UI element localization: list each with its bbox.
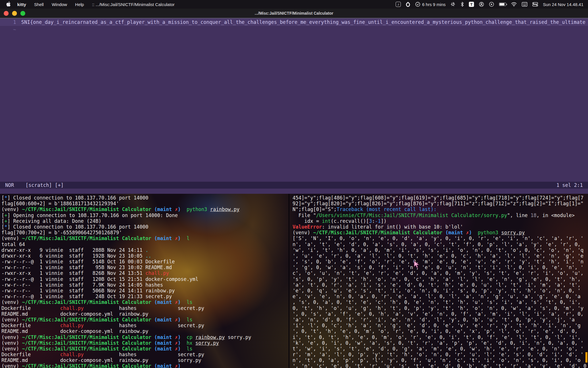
buffer-name: [scratch] [+] — [14, 182, 64, 188]
battery-icon[interactable] — [499, 3, 506, 6]
terminal-line: idx = int(c.recvall()[3:-1]) — [293, 218, 588, 224]
terminal-line: 'w', 'i', 't', 'h', 0, 'a', 0, 'm', 'i',… — [293, 247, 588, 253]
terminal-line: 'e', 0, 'q', 'u', 'e', 's', 't', 'i', 'o… — [293, 288, 588, 294]
terminal-line: (venv) ~/CTF/Misc:Jail/SNICTF/Minimalist… — [1, 363, 289, 368]
terminal-line: 's', 0, 'p', 'y', 't', 'h', 'o', 'n', 0,… — [293, 276, 588, 282]
terminal-line: -rw-r--r-- 1 vinnie staff 95B Nov 23 10:… — [1, 264, 289, 270]
tilde-marker: ~ — [0, 26, 16, 33]
terminal-line: 92]="y";flag[820]="y";flag[826]="y";flag… — [293, 201, 588, 206]
editor-line-1: 1 SNI{one_day_i_reincarnated_as_a_ctf_pl… — [0, 18, 588, 26]
menubar-clock[interactable]: Sun 24 Nov 14.48.41 — [543, 2, 583, 7]
terminal-line: e', 'v', 'e', 'n', 0, 'a', 0, 'r', 'e', … — [293, 294, 588, 299]
terminal-line: -rw-r--r--@ 1 vinnie staff 120B Oct 15 2… — [1, 276, 289, 282]
terminal-line: (venv) ~/CTF/Misc:Jail/SNICTF/Minimalist… — [1, 317, 289, 323]
terminal-line: README.md docker-compose.yml rainbow.py — [1, 311, 289, 317]
things-icon[interactable]: T — [469, 2, 474, 7]
terminal-line: Dockerfile chall.py hashes secret.py — [1, 305, 289, 311]
terminal-line: flag[600:600+2] = b'1886181713432129394' — [1, 201, 289, 206]
terminal-line: [*] Closed connection to 108.137.70.166 … — [1, 195, 289, 201]
apple-menu-icon[interactable] — [4, 1, 13, 7]
terminal-line: README.md docker-compose.yml rainbow.py — [1, 328, 289, 334]
clock-check-icon — [415, 2, 420, 7]
terminal-line: (venv) ~/CTF/Misc:Jail/SNICTF/Minimalist… — [1, 206, 289, 212]
terminal-line: (venv) ~/CTF/Misc:Jail/SNICTF/Minimalist… — [1, 235, 289, 241]
terminal-line: 'i', 'l', 0, 'c', 'h', 'a', 'n', 'g', 'e… — [293, 323, 588, 328]
terminal-line: -rw-r--r--@ 1 vinnie staff 514B Oct 16 0… — [1, 259, 289, 264]
play-circle-icon[interactable] — [489, 2, 494, 7]
terminal-line: (venv) ~/CTF/Misc:Jail/SNICTF/Minimalist… — [1, 299, 289, 305]
focus-time-label: 6 hrs 9 mins — [422, 2, 446, 7]
window-titlebar[interactable]: .../Misc:Jail/SNICTF/Minimalist Calculat… — [0, 9, 588, 18]
terminal-line: (venv) ~/CTF/Misc:Jail/SNICTF/Minimalist… — [1, 334, 289, 340]
terminal-line: 0, 't', 'h', 'o', 'u', 'g', 'h', 't', 0,… — [293, 305, 588, 311]
terminal-line: 454]="y";flag[486]="y";flag[608]="y";fla… — [293, 195, 588, 201]
terminal-line: 'k', 'e', 0, 'i', 0, 'w', 'a', 's', 0, '… — [293, 340, 588, 346]
menu-window-path: :: .../Misc:Jail/SNICTF/Minimalist Calcu… — [88, 2, 175, 7]
window-title: .../Misc:Jail/SNICTF/Minimalist Calculat… — [0, 11, 588, 16]
terminal-line: ', 's', 0, 'b', 'e', 'f', 'o', 'r', 'e',… — [293, 259, 588, 264]
menu-shell[interactable]: Shell — [30, 2, 48, 7]
menu-window[interactable]: Window — [48, 2, 71, 7]
terminal-line: n', 'a', 't', 'e', 'd', 0, 'a', 's', 0, … — [293, 241, 588, 247]
terminal-line: , 's', 0, 'a', 0, 't', 'e', 'c', 'h', 0,… — [293, 299, 588, 305]
keypad-icon[interactable] — [522, 2, 527, 7]
kitty-window: .../Misc:Jail/SNICTF/Minimalist Calculat… — [0, 9, 588, 368]
terminal-panes: [*] Closed connection to 108.137.70.166 … — [0, 194, 588, 368]
terminal-line: n', 't', 0, 'a', 'p', 'p', 'l', 'y', 0, … — [293, 357, 588, 363]
terminal-line: ', 0, 't', 'h', 'e', 0, 'm', 'o', 'r', '… — [293, 328, 588, 334]
terminal-line: total 64 — [1, 241, 289, 247]
bluetooth-icon[interactable] — [461, 2, 464, 7]
terminal-line: File "/Users/vinnie/CTF/Misc:Jail/SNICTF… — [293, 212, 588, 218]
menu-app-name[interactable]: kitty — [13, 2, 30, 7]
terminal-line: c', 'o', 'u', 'n', 't', 'e', 'r', 'e', '… — [293, 270, 588, 276]
helix-commandline — [0, 189, 588, 194]
terminal-line: (venv) ~/CTF/Misc:Jail/SNICTF/Minimalist… — [1, 346, 289, 352]
terminal-line: 'a', 'n', 'd', 0, 'f', 'r', 'i', 'e', 'n… — [293, 317, 588, 323]
terminal-line: r', 'm', 'a', 'l', 0, 'p', 'y', 't', 'h'… — [293, 352, 588, 357]
terminal-line: ValueError: invalid literal for int() wi… — [293, 224, 588, 230]
menu-bar: kitty Shell Window Help :: .../Misc:Jail… — [0, 0, 588, 9]
music-note-icon[interactable]: ♪ — [396, 2, 401, 7]
terminal-line: t', 'w', 'i', 's', 't', 'e', 'd', 0, 'g'… — [293, 346, 588, 352]
mouse-cursor — [413, 260, 421, 270]
account-icon[interactable] — [479, 2, 484, 7]
terminal-line: ', 'u', 'e', 'r', 0, 'a', 'l', 'l', 0, '… — [293, 253, 588, 259]
wifi-icon[interactable] — [511, 2, 517, 7]
flag-text: SNI{one_day_i_reincarnated_as_a_ctf_play… — [16, 18, 585, 26]
terminal-line: ', 'n', 'c', 'e', 0, 't', 'r', 'u', 's',… — [293, 363, 588, 368]
editor-pane[interactable]: 1 SNI{one_day_i_reincarnated_as_a_ctf_pl… — [0, 18, 588, 182]
focus-timer[interactable]: 6 hrs 9 mins — [415, 2, 446, 7]
terminal-pane-left[interactable]: [*] Closed connection to 108.137.70.166 … — [0, 194, 289, 368]
terminal-line: [+] Receiving all data: Done (24B) — [1, 218, 289, 224]
terminal-line: i', 't', 0, 't', 'h', 'e', 0, 'm', 'o', … — [293, 334, 588, 340]
terminal-line: drwxr-xr-x 6 vinnie staff 192B Nov 23 10… — [1, 253, 289, 259]
shatter-icon[interactable] — [450, 2, 456, 7]
terminal-pane-right[interactable]: 454]="y";flag[486]="y";flag[608]="y";fla… — [289, 194, 588, 368]
terminal-line: -rw-r--r-- 1 vinnie staff 7.9K Nov 24 14… — [1, 282, 289, 288]
terminal-line: ', 0, 's', 'a', 'f', 'e', 0, 'h', 'a', '… — [293, 311, 588, 317]
scrollback-indicator[interactable] — [585, 352, 587, 363]
editor-mode: NOR — [0, 182, 14, 188]
terminal-line: Dockerfile chall.py hashes secret.py — [1, 323, 289, 328]
terminal-line: ['S', 'N', 'I', 0, 'o', 'n', 'e', 0, 'd'… — [293, 235, 588, 241]
terminal-line: README.md docker-compose.yml rainbow.py … — [1, 357, 289, 363]
editor-line-2: ~ — [0, 26, 588, 33]
terminal-line: -rw-r--r--@ 1 vinnie staff 24B Oct 19 21… — [1, 294, 289, 299]
terminal-line: drwxr-xr-x 9 vinnie staff 288B Nov 24 14… — [1, 247, 289, 253]
claw-icon[interactable] — [406, 2, 410, 7]
terminal-line: 'a', 't', 0, 'r', 'a', 'i', 's', 'e', 'd… — [293, 282, 588, 288]
control-center-icon[interactable] — [532, 2, 538, 7]
terminal-line: [*] Closed connection to 108.137.70.166 … — [1, 224, 289, 230]
menu-help[interactable]: Help — [71, 2, 88, 7]
terminal-line: N";flag[0]="S";Traceback (most recent ca… — [293, 206, 588, 212]
selection-position: 1 sel 2:1 — [556, 182, 588, 188]
line-number: 1 — [0, 18, 16, 26]
terminal-line: Dockerfile chall.py hashes secret.py — [1, 352, 289, 357]
terminal-line: flag[700:700+2] = b'-6558906642750126879… — [1, 230, 289, 235]
terminal-line: -rw-r--r-- 1 vinnie staff 506B Nov 24 14… — [1, 288, 289, 294]
terminal-line: -rwxr-xr-x 1 vinnie staff 826B Nov 24 13… — [1, 270, 289, 276]
terminal-line: (venv) ~/CTF/Misc:Jail/SNICTF/Minimalist… — [293, 230, 588, 235]
terminal-line: (venv) ~/CTF/Misc:Jail/SNICTF/Minimalist… — [1, 340, 289, 346]
terminal-line: [+] Opening connection to 108.137.70.166… — [1, 212, 289, 218]
helix-statusline: NOR [scratch] [+] 1 sel 2:1 — [0, 182, 588, 189]
